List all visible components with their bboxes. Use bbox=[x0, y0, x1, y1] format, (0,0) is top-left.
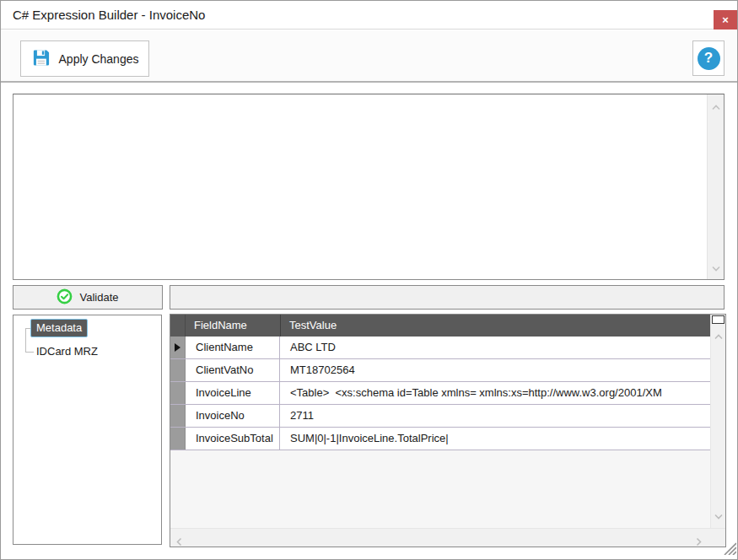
expression-editor-panel bbox=[13, 94, 725, 280]
grid-vertical-scrollbar[interactable] bbox=[710, 315, 725, 528]
tree-connector-line bbox=[25, 328, 26, 353]
validate-button[interactable]: Validate bbox=[13, 285, 163, 310]
table-row[interactable]: ClientVatNo MT18702564 bbox=[170, 359, 710, 382]
scroll-up-icon[interactable] bbox=[714, 328, 723, 343]
editor-vertical-scrollbar[interactable] bbox=[707, 94, 724, 279]
help-icon: ? bbox=[698, 47, 720, 70]
grid-body: FieldName TestValue ClientName ABC LTD C… bbox=[170, 315, 710, 528]
help-button[interactable]: ? bbox=[692, 40, 725, 76]
cell-testvalue[interactable]: ABC LTD bbox=[280, 337, 710, 358]
grid-scroll-thumb[interactable] bbox=[712, 315, 725, 324]
metadata-tree: Metadata IDCard MRZ bbox=[13, 315, 162, 545]
test-values-grid: FieldName TestValue ClientName ABC LTD C… bbox=[170, 314, 726, 547]
validate-label: Validate bbox=[79, 291, 118, 304]
scroll-down-icon[interactable] bbox=[714, 508, 723, 523]
table-row[interactable]: InvoiceSubTotal SUM|0|-1|InvoiceLine.Tot… bbox=[170, 428, 710, 450]
table-row[interactable]: InvoiceLine <Table> <xs:schema id=Table … bbox=[170, 382, 710, 405]
scroll-up-icon[interactable] bbox=[711, 99, 720, 114]
grid-header-row: FieldName TestValue bbox=[170, 315, 710, 337]
column-header-testvalue[interactable]: TestValue bbox=[281, 315, 710, 337]
row-selector-cell[interactable] bbox=[170, 337, 186, 358]
cell-fieldname[interactable]: InvoiceSubTotal bbox=[186, 428, 280, 450]
cell-fieldname[interactable]: InvoiceLine bbox=[186, 382, 280, 404]
resize-grip-icon bbox=[719, 538, 736, 555]
scroll-down-icon[interactable] bbox=[711, 260, 720, 275]
cell-testvalue[interactable]: 2711 bbox=[280, 405, 710, 427]
cell-fieldname[interactable]: ClientName bbox=[186, 337, 280, 358]
window-title: C# Expression Builder - InvoiceNo bbox=[13, 8, 205, 22]
close-icon: × bbox=[722, 13, 729, 26]
table-row[interactable]: InvoiceNo 2711 bbox=[170, 405, 710, 428]
scroll-right-icon[interactable] bbox=[696, 535, 702, 550]
title-bar: C# Expression Builder - InvoiceNo × bbox=[1, 1, 737, 30]
cell-testvalue[interactable]: MT18702564 bbox=[280, 359, 710, 381]
row-selector-cell[interactable] bbox=[170, 359, 186, 381]
cell-testvalue[interactable]: <Table> <xs:schema id=Table xmlns= xmlns… bbox=[280, 382, 710, 404]
window-resize-grip[interactable] bbox=[719, 538, 736, 558]
validate-check-icon bbox=[57, 288, 73, 307]
row-selector-cell[interactable] bbox=[170, 428, 186, 450]
row-selector-cell[interactable] bbox=[170, 405, 186, 427]
current-row-icon bbox=[175, 343, 180, 352]
row-selector-cell[interactable] bbox=[170, 382, 186, 404]
cell-fieldname[interactable]: InvoiceNo bbox=[186, 405, 280, 427]
grid-empty-area bbox=[170, 450, 710, 528]
tree-item-idcard-mrz[interactable]: IDCard MRZ bbox=[33, 343, 101, 359]
expression-input[interactable] bbox=[13, 94, 707, 279]
tree-item-metadata[interactable]: Metadata bbox=[30, 319, 88, 337]
grid-header-selector bbox=[170, 315, 186, 337]
table-row[interactable]: ClientName ABC LTD bbox=[170, 337, 710, 359]
apply-changes-label: Apply Changes bbox=[59, 52, 139, 66]
toolbar: Apply Changes ? bbox=[1, 30, 737, 83]
grid-horizontal-scrollbar[interactable] bbox=[170, 528, 725, 547]
cell-fieldname[interactable]: ClientVatNo bbox=[186, 359, 280, 381]
scroll-left-icon[interactable] bbox=[176, 535, 182, 550]
apply-changes-button[interactable]: Apply Changes bbox=[20, 40, 149, 77]
close-button[interactable]: × bbox=[714, 10, 737, 30]
save-icon bbox=[31, 48, 51, 70]
column-header-fieldname[interactable]: FieldName bbox=[186, 315, 281, 337]
cell-testvalue[interactable]: SUM|0|-1|InvoiceLine.TotalPrice| bbox=[280, 428, 710, 450]
validation-status-output bbox=[170, 285, 725, 310]
expression-builder-window: { "window": { "title": "C# Expression Bu… bbox=[0, 0, 738, 560]
